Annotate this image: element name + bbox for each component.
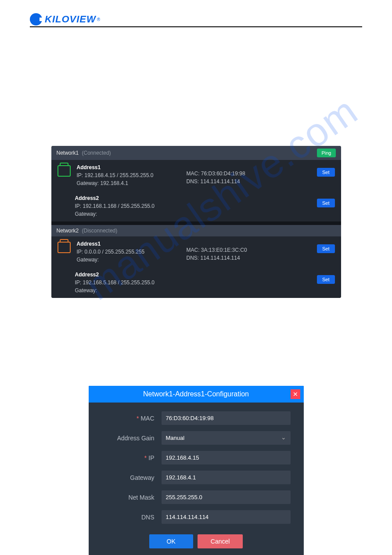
logo-text: KILOVIEW bbox=[45, 14, 96, 25]
address-ip: IP: 192.168.4.15 / 255.255.255.0 bbox=[77, 171, 187, 179]
logo-icon bbox=[30, 13, 42, 25]
network2-header: Network2 (Disconnected) bbox=[51, 225, 341, 236]
logo: KILOVIEW ® bbox=[30, 13, 100, 25]
ip-input[interactable] bbox=[162, 451, 291, 464]
network2-name: Network2 bbox=[57, 228, 79, 234]
address-ip: IP: 192.168.1.168 / 255.255.255.0 bbox=[75, 202, 185, 210]
set-button[interactable]: Set bbox=[317, 244, 335, 253]
network2-address1-row: Address1 IP: 0.0.0.0 / 255.255.255.255 G… bbox=[51, 236, 341, 267]
dialog-title-bar: Network1-Address1-Configuration ✕ bbox=[89, 386, 304, 403]
ping-button[interactable]: Ping bbox=[317, 149, 335, 157]
address-mac: MAC: 3A:13:E0:1E:3C:C0 bbox=[187, 246, 317, 254]
netmask-label: Net Mask bbox=[102, 494, 155, 501]
network1-name: Network1 bbox=[57, 150, 79, 156]
address-gain-label: Address Gain bbox=[102, 435, 155, 442]
cancel-button[interactable]: Cancel bbox=[198, 534, 243, 548]
address-gateway: Gateway: bbox=[75, 210, 185, 218]
close-icon[interactable]: ✕ bbox=[291, 389, 300, 399]
set-button[interactable]: Set bbox=[317, 199, 335, 207]
page-header: KILOVIEW ® bbox=[30, 13, 362, 27]
ethernet-port-icon bbox=[58, 242, 71, 253]
address-title: Address2 bbox=[75, 271, 185, 279]
network2-address2-row: Address2 IP: 192.168.5.168 / 255.255.255… bbox=[51, 267, 341, 298]
address-dns: DNS: 114.114.114.114 bbox=[187, 254, 317, 262]
network1-address1-row: Address1 IP: 192.168.4.15 / 255.255.255.… bbox=[51, 160, 341, 191]
address-mac: MAC: 76:D3:60:D4:19:98 bbox=[187, 170, 317, 178]
ethernet-port-icon bbox=[58, 165, 71, 177]
netmask-input[interactable] bbox=[162, 490, 291, 504]
network1-header: Network1 (Connected) Ping bbox=[51, 146, 341, 160]
address-ip: IP: 192.168.5.168 / 255.255.255.0 bbox=[75, 279, 185, 287]
network1-status: (Connected) bbox=[80, 150, 111, 156]
set-button[interactable]: Set bbox=[317, 168, 335, 177]
address-title: Address1 bbox=[77, 163, 187, 171]
ok-button[interactable]: OK bbox=[149, 534, 193, 548]
address-gateway: Gateway: bbox=[75, 287, 185, 294]
network2-status: (Disconnected) bbox=[80, 228, 118, 234]
network-panel: Network1 (Connected) Ping Address1 IP: 1… bbox=[51, 146, 341, 298]
set-button[interactable]: Set bbox=[317, 275, 335, 284]
mac-label: *MAC bbox=[102, 415, 155, 422]
address-title: Address1 bbox=[77, 240, 187, 248]
address-dns: DNS: 114.114.114.114 bbox=[187, 178, 317, 185]
dns-label: DNS bbox=[102, 514, 155, 521]
mac-input[interactable] bbox=[162, 411, 291, 425]
ip-label: *IP bbox=[102, 454, 155, 461]
address-gateway: Gateway: 192.168.4.1 bbox=[77, 179, 187, 187]
network1-address2-row: Address2 IP: 192.168.1.168 / 255.255.255… bbox=[51, 191, 341, 221]
trademark-symbol: ® bbox=[97, 17, 100, 22]
address-title: Address2 bbox=[75, 194, 185, 202]
dialog-title: Network1-Address1-Configuration bbox=[143, 390, 249, 398]
address-ip: IP: 0.0.0.0 / 255.255.255.255 bbox=[77, 248, 187, 256]
gateway-input[interactable] bbox=[162, 471, 291, 484]
address-gain-select[interactable] bbox=[162, 431, 291, 445]
dns-input[interactable] bbox=[162, 510, 291, 524]
config-dialog: Network1-Address1-Configuration ✕ *MAC A… bbox=[89, 386, 304, 555]
address-gateway: Gateway: bbox=[77, 256, 187, 264]
gateway-label: Gateway bbox=[102, 474, 155, 481]
section-divider bbox=[51, 221, 341, 225]
